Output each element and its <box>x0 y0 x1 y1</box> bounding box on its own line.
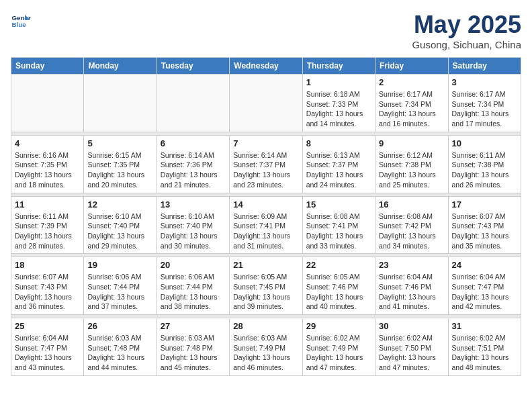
day-number: 1 <box>306 77 371 87</box>
calendar-cell: 12Sunrise: 6:10 AM Sunset: 7:40 PM Dayli… <box>84 196 157 254</box>
day-number: 16 <box>379 199 444 210</box>
calendar-cell: 16Sunrise: 6:08 AM Sunset: 7:42 PM Dayli… <box>375 196 448 254</box>
day-number: 30 <box>379 321 444 331</box>
title-block: May 2025 Gusong, Sichuan, China <box>412 11 521 50</box>
calendar-cell <box>157 75 229 132</box>
calendar-cell: 22Sunrise: 6:05 AM Sunset: 7:46 PM Dayli… <box>302 257 375 315</box>
day-number: 23 <box>379 260 444 270</box>
day-info: Sunrise: 6:10 AM Sunset: 7:40 PM Dayligh… <box>87 212 152 251</box>
calendar-cell: 14Sunrise: 6:09 AM Sunset: 7:41 PM Dayli… <box>230 196 302 254</box>
week-row-1: 1Sunrise: 6:18 AM Sunset: 7:33 PM Daylig… <box>11 75 521 132</box>
day-number: 6 <box>161 138 226 148</box>
day-info: Sunrise: 6:05 AM Sunset: 7:46 PM Dayligh… <box>306 272 371 312</box>
calendar-cell: 5Sunrise: 6:15 AM Sunset: 7:35 PM Daylig… <box>84 135 157 193</box>
page-header: General Blue May 2025 Gusong, Sichuan, C… <box>11 11 521 50</box>
day-info: Sunrise: 6:09 AM Sunset: 7:41 PM Dayligh… <box>233 212 298 251</box>
calendar-cell: 4Sunrise: 6:16 AM Sunset: 7:35 PM Daylig… <box>11 135 84 193</box>
day-number: 15 <box>306 199 371 210</box>
day-header-thursday: Thursday <box>302 58 375 75</box>
day-number: 31 <box>452 321 517 331</box>
day-number: 24 <box>452 260 517 270</box>
day-number: 22 <box>306 260 371 270</box>
day-number: 21 <box>233 260 298 270</box>
week-row-4: 18Sunrise: 6:07 AM Sunset: 7:43 PM Dayli… <box>11 257 521 315</box>
logo: General Blue <box>11 11 31 31</box>
day-number: 3 <box>452 77 517 87</box>
day-header-friday: Friday <box>375 58 448 75</box>
calendar-cell: 18Sunrise: 6:07 AM Sunset: 7:43 PM Dayli… <box>11 257 84 315</box>
day-number: 11 <box>15 199 80 210</box>
calendar-cell: 6Sunrise: 6:14 AM Sunset: 7:36 PM Daylig… <box>157 135 229 193</box>
svg-text:General: General <box>12 14 32 21</box>
location-subtitle: Gusong, Sichuan, China <box>412 39 521 50</box>
calendar-cell: 24Sunrise: 6:04 AM Sunset: 7:47 PM Dayli… <box>448 257 521 315</box>
day-info: Sunrise: 6:03 AM Sunset: 7:49 PM Dayligh… <box>233 333 298 373</box>
calendar-cell: 23Sunrise: 6:04 AM Sunset: 7:46 PM Dayli… <box>375 257 448 315</box>
day-number: 28 <box>233 321 298 331</box>
day-info: Sunrise: 6:15 AM Sunset: 7:35 PM Dayligh… <box>87 150 152 190</box>
day-header-monday: Monday <box>84 58 157 75</box>
day-info: Sunrise: 6:07 AM Sunset: 7:43 PM Dayligh… <box>15 272 80 312</box>
day-header-row: SundayMondayTuesdayWednesdayThursdayFrid… <box>11 58 521 75</box>
calendar-cell: 17Sunrise: 6:07 AM Sunset: 7:43 PM Dayli… <box>448 196 521 254</box>
calendar-cell: 15Sunrise: 6:08 AM Sunset: 7:41 PM Dayli… <box>302 196 375 254</box>
day-info: Sunrise: 6:08 AM Sunset: 7:42 PM Dayligh… <box>379 212 444 251</box>
calendar-cell: 11Sunrise: 6:11 AM Sunset: 7:39 PM Dayli… <box>11 196 84 254</box>
day-info: Sunrise: 6:04 AM Sunset: 7:46 PM Dayligh… <box>379 272 444 312</box>
svg-text:Blue: Blue <box>12 21 27 28</box>
day-info: Sunrise: 6:07 AM Sunset: 7:43 PM Dayligh… <box>452 212 517 251</box>
day-number: 8 <box>306 138 371 148</box>
day-info: Sunrise: 6:04 AM Sunset: 7:47 PM Dayligh… <box>15 333 80 373</box>
calendar-cell: 8Sunrise: 6:13 AM Sunset: 7:37 PM Daylig… <box>302 135 375 193</box>
calendar-cell <box>84 75 157 132</box>
day-number: 29 <box>306 321 371 331</box>
calendar-cell <box>11 75 84 132</box>
day-number: 27 <box>161 321 226 331</box>
day-number: 20 <box>161 260 226 270</box>
day-info: Sunrise: 6:04 AM Sunset: 7:47 PM Dayligh… <box>452 272 517 312</box>
calendar-cell: 25Sunrise: 6:04 AM Sunset: 7:47 PM Dayli… <box>11 318 84 376</box>
day-info: Sunrise: 6:11 AM Sunset: 7:39 PM Dayligh… <box>15 212 80 251</box>
day-number: 26 <box>87 321 152 331</box>
day-number: 7 <box>233 138 298 148</box>
day-info: Sunrise: 6:14 AM Sunset: 7:36 PM Dayligh… <box>161 150 226 190</box>
calendar-cell: 19Sunrise: 6:06 AM Sunset: 7:44 PM Dayli… <box>84 257 157 315</box>
day-info: Sunrise: 6:13 AM Sunset: 7:37 PM Dayligh… <box>306 150 371 190</box>
day-info: Sunrise: 6:18 AM Sunset: 7:33 PM Dayligh… <box>306 89 371 129</box>
week-row-5: 25Sunrise: 6:04 AM Sunset: 7:47 PM Dayli… <box>11 318 521 376</box>
day-info: Sunrise: 6:03 AM Sunset: 7:48 PM Dayligh… <box>161 333 226 373</box>
day-info: Sunrise: 6:02 AM Sunset: 7:50 PM Dayligh… <box>379 333 444 373</box>
calendar-cell: 7Sunrise: 6:14 AM Sunset: 7:37 PM Daylig… <box>230 135 302 193</box>
day-number: 4 <box>15 138 80 148</box>
day-info: Sunrise: 6:16 AM Sunset: 7:35 PM Dayligh… <box>15 150 80 190</box>
day-number: 9 <box>379 138 444 148</box>
day-info: Sunrise: 6:17 AM Sunset: 7:34 PM Dayligh… <box>452 89 517 129</box>
logo-icon: General Blue <box>11 11 31 31</box>
week-row-3: 11Sunrise: 6:11 AM Sunset: 7:39 PM Dayli… <box>11 196 521 254</box>
day-info: Sunrise: 6:05 AM Sunset: 7:45 PM Dayligh… <box>233 272 298 312</box>
day-number: 18 <box>15 260 80 270</box>
day-number: 10 <box>452 138 517 148</box>
day-number: 17 <box>452 199 517 210</box>
day-number: 14 <box>233 199 298 210</box>
month-title: May 2025 <box>412 11 521 39</box>
day-info: Sunrise: 6:17 AM Sunset: 7:34 PM Dayligh… <box>379 89 444 129</box>
calendar-cell: 10Sunrise: 6:11 AM Sunset: 7:38 PM Dayli… <box>448 135 521 193</box>
day-info: Sunrise: 6:11 AM Sunset: 7:38 PM Dayligh… <box>452 150 517 190</box>
calendar-cell: 1Sunrise: 6:18 AM Sunset: 7:33 PM Daylig… <box>302 75 375 132</box>
calendar-cell: 13Sunrise: 6:10 AM Sunset: 7:40 PM Dayli… <box>157 196 229 254</box>
calendar-cell: 21Sunrise: 6:05 AM Sunset: 7:45 PM Dayli… <box>230 257 302 315</box>
calendar-cell: 30Sunrise: 6:02 AM Sunset: 7:50 PM Dayli… <box>375 318 448 376</box>
day-info: Sunrise: 6:06 AM Sunset: 7:44 PM Dayligh… <box>87 272 152 312</box>
day-info: Sunrise: 6:03 AM Sunset: 7:48 PM Dayligh… <box>87 333 152 373</box>
day-info: Sunrise: 6:08 AM Sunset: 7:41 PM Dayligh… <box>306 212 371 251</box>
day-header-sunday: Sunday <box>11 58 84 75</box>
day-info: Sunrise: 6:02 AM Sunset: 7:51 PM Dayligh… <box>452 333 517 373</box>
day-header-saturday: Saturday <box>448 58 521 75</box>
day-info: Sunrise: 6:14 AM Sunset: 7:37 PM Dayligh… <box>233 150 298 190</box>
calendar-cell: 29Sunrise: 6:02 AM Sunset: 7:49 PM Dayli… <box>302 318 375 376</box>
day-header-wednesday: Wednesday <box>230 58 302 75</box>
day-number: 25 <box>15 321 80 331</box>
day-number: 19 <box>87 260 152 270</box>
day-number: 5 <box>87 138 152 148</box>
